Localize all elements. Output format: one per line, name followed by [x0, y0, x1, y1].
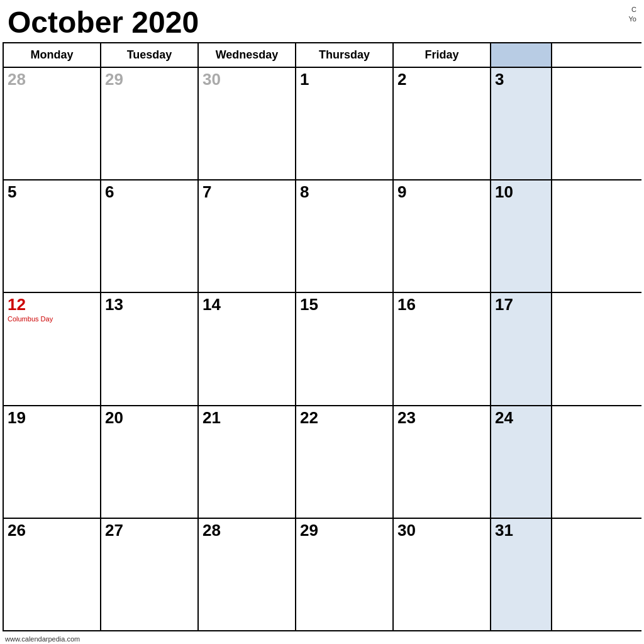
day-number: 21 [203, 409, 291, 427]
day-number: 28 [8, 70, 96, 89]
day-cell-2-3[interactable]: 15 [296, 293, 394, 404]
day-number: 30 [397, 521, 486, 540]
day-number: 8 [300, 183, 389, 201]
day-cell-4-0[interactable]: 26 [4, 519, 101, 630]
day-cell-1-0[interactable]: 5 [4, 180, 101, 292]
day-number: 29 [105, 70, 194, 89]
day-cell-2-5[interactable]: 17 [491, 293, 552, 404]
day-cell-4-4[interactable]: 30 [394, 519, 491, 630]
day-cell-4-2[interactable]: 28 [199, 519, 296, 630]
day-number: 28 [203, 521, 291, 540]
day-number: 2 [397, 70, 486, 89]
header-thursday: Thursday [296, 43, 394, 67]
day-cell-0-4[interactable]: 2 [394, 68, 491, 179]
day-cell-1-3[interactable]: 8 [296, 180, 394, 292]
header-weekend [491, 43, 552, 67]
page-title: October 2020 [8, 5, 199, 40]
week-row-2: 12Columbus Day1314151617 [4, 293, 641, 406]
day-cell-0-1[interactable]: 29 [101, 68, 199, 179]
day-number: 30 [203, 70, 291, 89]
header: October 2020 C Yo [0, 0, 644, 42]
day-number: 9 [397, 183, 486, 201]
day-cell-1-1[interactable]: 6 [101, 180, 199, 292]
day-cell-4-1[interactable]: 27 [101, 519, 199, 630]
header-monday: Monday [4, 43, 101, 67]
day-cell-2-2[interactable]: 14 [199, 293, 296, 404]
day-cell-2-1[interactable]: 13 [101, 293, 199, 404]
day-number: 5 [8, 183, 96, 201]
day-number: 3 [495, 70, 547, 89]
day-number: 19 [8, 409, 96, 427]
calendar-page: October 2020 C Yo Monday Tuesday Wednesd… [0, 0, 644, 644]
day-number: 27 [105, 521, 194, 540]
week-row-3: 192021222324 [4, 406, 641, 519]
day-cell-3-3[interactable]: 22 [296, 406, 394, 518]
day-number: 26 [8, 521, 96, 540]
day-number: 31 [495, 521, 547, 540]
day-cell-3-5[interactable]: 24 [491, 406, 552, 518]
header-friday: Friday [394, 43, 491, 67]
day-number: 12 [8, 296, 96, 314]
day-number: 14 [203, 296, 291, 314]
day-number: 15 [300, 296, 389, 314]
day-cell-4-3[interactable]: 29 [296, 519, 394, 630]
day-number: 6 [105, 183, 194, 201]
holiday-label: Columbus Day [8, 315, 96, 323]
day-cell-3-4[interactable]: 23 [394, 406, 491, 518]
day-cell-2-0[interactable]: 12Columbus Day [4, 293, 101, 404]
day-number: 17 [495, 296, 547, 314]
week-row-4: 262728293031 [4, 519, 641, 631]
day-number: 1 [300, 70, 389, 89]
day-cell-0-2[interactable]: 30 [199, 68, 296, 179]
day-cell-4-5[interactable]: 31 [491, 519, 552, 630]
header-wednesday: Wednesday [199, 43, 296, 67]
day-headers-row: Monday Tuesday Wednesday Thursday Friday [4, 43, 641, 68]
day-number: 29 [300, 521, 389, 540]
day-number: 22 [300, 409, 389, 427]
day-number: 23 [397, 409, 486, 427]
weeks-container: 282930123567891012Columbus Day1314151617… [4, 68, 641, 631]
day-number: 16 [397, 296, 486, 314]
day-number: 7 [203, 183, 291, 201]
day-number: 13 [105, 296, 194, 314]
day-cell-3-2[interactable]: 21 [199, 406, 296, 518]
week-row-1: 5678910 [4, 180, 641, 293]
week-row-0: 282930123 [4, 68, 641, 180]
header-tuesday: Tuesday [101, 43, 199, 67]
day-cell-1-5[interactable]: 10 [491, 180, 552, 292]
day-number: 20 [105, 409, 194, 427]
day-number: 10 [495, 183, 547, 201]
top-right-info: C Yo [629, 5, 636, 25]
day-cell-0-0[interactable]: 28 [4, 68, 101, 179]
day-cell-0-3[interactable]: 1 [296, 68, 394, 179]
day-cell-0-5[interactable]: 3 [491, 68, 552, 179]
day-cell-1-4[interactable]: 9 [394, 180, 491, 292]
calendar-grid: Monday Tuesday Wednesday Thursday Friday… [3, 42, 641, 631]
footer-url: www.calendarpedia.com [5, 635, 80, 643]
day-cell-3-1[interactable]: 20 [101, 406, 199, 518]
day-number: 24 [495, 409, 547, 427]
footer: www.calendarpedia.com [0, 634, 644, 644]
day-cell-3-0[interactable]: 19 [4, 406, 101, 518]
day-cell-2-4[interactable]: 16 [394, 293, 491, 404]
day-cell-1-2[interactable]: 7 [199, 180, 296, 292]
